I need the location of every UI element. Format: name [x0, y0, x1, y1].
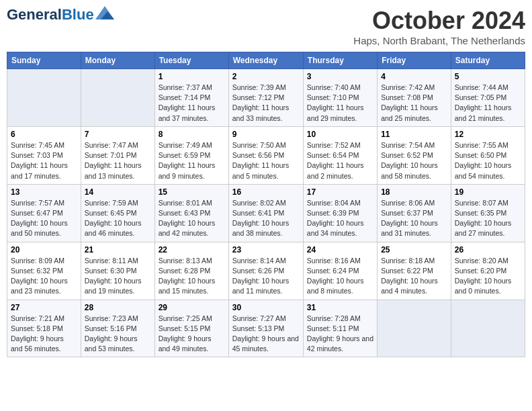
day-number: 23: [232, 245, 300, 255]
column-header-sunday: Sunday: [7, 52, 81, 69]
day-number: 31: [307, 303, 373, 312]
column-header-friday: Friday: [378, 52, 451, 69]
calendar-cell: 10Sunrise: 7:52 AM Sunset: 6:54 PM Dayli…: [303, 126, 377, 184]
calendar-cell: [81, 69, 154, 127]
day-detail: Sunrise: 8:02 AM Sunset: 6:41 PM Dayligh…: [232, 198, 300, 239]
day-number: 18: [381, 187, 447, 197]
day-detail: Sunrise: 7:25 AM Sunset: 5:15 PM Dayligh…: [159, 314, 225, 355]
calendar-cell: 7Sunrise: 7:47 AM Sunset: 7:01 PM Daylig…: [81, 126, 154, 184]
calendar-cell: 24Sunrise: 8:16 AM Sunset: 6:24 PM Dayli…: [303, 242, 377, 300]
calendar-table: SundayMondayTuesdayWednesdayThursdayFrid…: [7, 52, 525, 357]
day-number: 6: [11, 130, 77, 139]
day-detail: Sunrise: 8:11 AM Sunset: 6:30 PM Dayligh…: [85, 256, 151, 297]
location: Haps, North Brabant, The Netherlands: [353, 35, 525, 46]
day-detail: Sunrise: 8:18 AM Sunset: 6:22 PM Dayligh…: [381, 256, 447, 297]
calendar-cell: 17Sunrise: 8:04 AM Sunset: 6:39 PM Dayli…: [303, 184, 377, 242]
calendar-cell: 12Sunrise: 7:55 AM Sunset: 6:50 PM Dayli…: [451, 126, 525, 184]
calendar-cell: 23Sunrise: 8:14 AM Sunset: 6:26 PM Dayli…: [228, 242, 303, 300]
day-number: 25: [381, 245, 447, 255]
day-detail: Sunrise: 8:07 AM Sunset: 6:35 PM Dayligh…: [455, 198, 521, 239]
day-number: 1: [159, 72, 225, 81]
day-number: 19: [455, 187, 521, 197]
page-header: GeneralBlue October 2024 Haps, North Bra…: [7, 7, 525, 46]
day-detail: Sunrise: 7:42 AM Sunset: 7:08 PM Dayligh…: [381, 83, 447, 124]
day-detail: Sunrise: 8:13 AM Sunset: 6:28 PM Dayligh…: [159, 256, 225, 297]
column-header-saturday: Saturday: [451, 52, 525, 69]
calendar-cell: 3Sunrise: 7:40 AM Sunset: 7:10 PM Daylig…: [303, 69, 377, 127]
day-detail: Sunrise: 8:01 AM Sunset: 6:43 PM Dayligh…: [159, 198, 225, 239]
day-detail: Sunrise: 7:39 AM Sunset: 7:12 PM Dayligh…: [232, 83, 300, 124]
day-detail: Sunrise: 7:52 AM Sunset: 6:54 PM Dayligh…: [307, 140, 373, 181]
calendar-cell: 1Sunrise: 7:37 AM Sunset: 7:14 PM Daylig…: [154, 69, 228, 127]
day-detail: Sunrise: 7:47 AM Sunset: 7:01 PM Dayligh…: [85, 140, 151, 181]
day-number: 29: [159, 303, 225, 312]
calendar-cell: [451, 300, 525, 357]
calendar-cell: 11Sunrise: 7:54 AM Sunset: 6:52 PM Dayli…: [378, 126, 451, 184]
day-detail: Sunrise: 7:27 AM Sunset: 5:13 PM Dayligh…: [232, 314, 300, 355]
day-detail: Sunrise: 7:49 AM Sunset: 6:59 PM Dayligh…: [159, 140, 225, 181]
calendar-cell: 22Sunrise: 8:13 AM Sunset: 6:28 PM Dayli…: [154, 242, 228, 300]
day-detail: Sunrise: 7:50 AM Sunset: 6:56 PM Dayligh…: [232, 140, 300, 181]
calendar-header-row: SundayMondayTuesdayWednesdayThursdayFrid…: [7, 52, 525, 69]
day-detail: Sunrise: 8:20 AM Sunset: 6:20 PM Dayligh…: [455, 256, 521, 297]
day-number: 8: [159, 130, 225, 139]
day-detail: Sunrise: 8:09 AM Sunset: 6:32 PM Dayligh…: [11, 256, 77, 297]
calendar-week-row: 1Sunrise: 7:37 AM Sunset: 7:14 PM Daylig…: [7, 69, 525, 127]
calendar-cell: 6Sunrise: 7:45 AM Sunset: 7:03 PM Daylig…: [7, 126, 81, 184]
day-detail: Sunrise: 7:55 AM Sunset: 6:50 PM Dayligh…: [455, 140, 521, 181]
calendar-week-row: 20Sunrise: 8:09 AM Sunset: 6:32 PM Dayli…: [7, 242, 525, 300]
title-area: October 2024 Haps, North Brabant, The Ne…: [353, 7, 525, 46]
day-number: 4: [381, 72, 447, 81]
calendar-week-row: 13Sunrise: 7:57 AM Sunset: 6:47 PM Dayli…: [7, 184, 525, 242]
day-number: 14: [85, 187, 151, 197]
day-detail: Sunrise: 7:54 AM Sunset: 6:52 PM Dayligh…: [381, 140, 447, 181]
column-header-tuesday: Tuesday: [154, 52, 228, 69]
day-detail: Sunrise: 7:40 AM Sunset: 7:10 PM Dayligh…: [307, 83, 373, 124]
day-number: 7: [85, 130, 151, 139]
day-number: 12: [455, 130, 521, 139]
day-number: 15: [159, 187, 225, 197]
day-number: 17: [307, 187, 373, 197]
day-number: 13: [11, 187, 77, 197]
day-number: 16: [232, 187, 300, 197]
day-number: 20: [11, 245, 77, 255]
calendar-cell: 14Sunrise: 7:59 AM Sunset: 6:45 PM Dayli…: [81, 184, 154, 242]
day-number: 27: [11, 303, 77, 312]
day-detail: Sunrise: 7:37 AM Sunset: 7:14 PM Dayligh…: [159, 83, 225, 124]
calendar-cell: 20Sunrise: 8:09 AM Sunset: 6:32 PM Dayli…: [7, 242, 81, 300]
calendar-cell: 5Sunrise: 7:44 AM Sunset: 7:05 PM Daylig…: [451, 69, 525, 127]
day-number: 3: [307, 72, 373, 81]
calendar-cell: [378, 300, 451, 357]
day-number: 24: [307, 245, 373, 255]
calendar-cell: 4Sunrise: 7:42 AM Sunset: 7:08 PM Daylig…: [378, 69, 451, 127]
logo-icon: [95, 6, 114, 19]
calendar-cell: 18Sunrise: 8:06 AM Sunset: 6:37 PM Dayli…: [378, 184, 451, 242]
day-number: 10: [307, 130, 373, 139]
month-title: October 2024: [353, 7, 525, 35]
column-header-monday: Monday: [81, 52, 154, 69]
calendar-cell: 29Sunrise: 7:25 AM Sunset: 5:15 PM Dayli…: [154, 300, 228, 357]
calendar-cell: 9Sunrise: 7:50 AM Sunset: 6:56 PM Daylig…: [228, 126, 303, 184]
day-number: 26: [455, 245, 521, 255]
logo-text: GeneralBlue: [7, 7, 94, 23]
logo: GeneralBlue: [7, 7, 114, 23]
day-detail: Sunrise: 7:57 AM Sunset: 6:47 PM Dayligh…: [11, 198, 77, 239]
day-number: 22: [159, 245, 225, 255]
calendar-cell: 26Sunrise: 8:20 AM Sunset: 6:20 PM Dayli…: [451, 242, 525, 300]
day-detail: Sunrise: 7:44 AM Sunset: 7:05 PM Dayligh…: [455, 83, 521, 124]
calendar-cell: 8Sunrise: 7:49 AM Sunset: 6:59 PM Daylig…: [154, 126, 228, 184]
day-detail: Sunrise: 8:04 AM Sunset: 6:39 PM Dayligh…: [307, 198, 373, 239]
calendar-cell: 28Sunrise: 7:23 AM Sunset: 5:16 PM Dayli…: [81, 300, 154, 357]
day-number: 2: [232, 72, 300, 81]
day-detail: Sunrise: 7:59 AM Sunset: 6:45 PM Dayligh…: [85, 198, 151, 239]
day-detail: Sunrise: 8:14 AM Sunset: 6:26 PM Dayligh…: [232, 256, 300, 297]
calendar-cell: 2Sunrise: 7:39 AM Sunset: 7:12 PM Daylig…: [228, 69, 303, 127]
day-detail: Sunrise: 7:21 AM Sunset: 5:18 PM Dayligh…: [11, 314, 77, 355]
calendar-cell: 19Sunrise: 8:07 AM Sunset: 6:35 PM Dayli…: [451, 184, 525, 242]
calendar-cell: 27Sunrise: 7:21 AM Sunset: 5:18 PM Dayli…: [7, 300, 81, 357]
calendar-cell: 30Sunrise: 7:27 AM Sunset: 5:13 PM Dayli…: [228, 300, 303, 357]
day-number: 21: [85, 245, 151, 255]
calendar-cell: 25Sunrise: 8:18 AM Sunset: 6:22 PM Dayli…: [378, 242, 451, 300]
day-number: 9: [232, 130, 300, 139]
day-number: 30: [232, 303, 300, 312]
